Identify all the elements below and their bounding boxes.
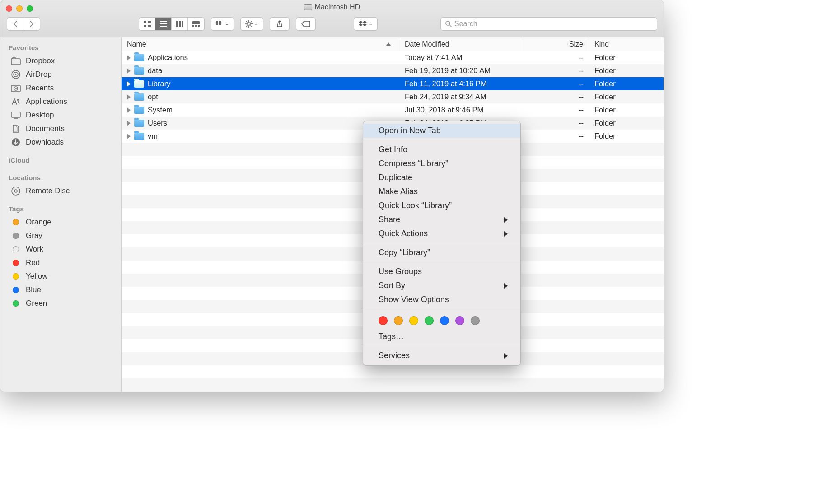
context-menu-item[interactable]: Make Alias — [363, 185, 520, 199]
file-name: Library — [148, 79, 170, 88]
edit-tags-button[interactable] — [296, 17, 316, 31]
view-mode-toggle — [139, 17, 205, 31]
column-view-button[interactable] — [172, 18, 188, 30]
action-button[interactable]: ⌄ — [240, 17, 263, 31]
tag-color-button[interactable] — [394, 316, 403, 325]
sidebar-item-yellow[interactable]: Yellow — [0, 270, 121, 283]
menu-separator — [363, 309, 520, 309]
sidebar-item-label: Applications — [26, 97, 67, 106]
disclosure-triangle-icon[interactable] — [127, 94, 131, 100]
context-menu-item[interactable]: Compress “Library” — [363, 157, 520, 171]
svg-rect-17 — [219, 23, 221, 25]
back-button[interactable] — [7, 18, 23, 30]
column-header-name[interactable]: Name — [122, 37, 399, 51]
groupby-button[interactable]: ⌄ — [211, 17, 234, 31]
list-view-button[interactable] — [155, 18, 172, 30]
context-menu-item[interactable]: Copy “Library” — [363, 246, 520, 260]
column-header-date[interactable]: Date Modified — [399, 37, 521, 51]
submenu-arrow-icon — [504, 283, 508, 289]
disclosure-triangle-icon[interactable] — [127, 121, 131, 126]
tag-color-icon — [10, 245, 21, 254]
context-menu-item[interactable]: Quick Actions — [363, 227, 520, 241]
context-menu: Open in New TabGet InfoCompress “Library… — [363, 121, 521, 366]
zoom-window-button[interactable] — [27, 5, 33, 12]
context-menu-item[interactable]: Get Info — [363, 143, 520, 157]
context-menu-item[interactable]: Use Groups — [363, 265, 520, 279]
sidebar-item-airdrop[interactable]: AirDrop — [0, 68, 121, 81]
submenu-arrow-icon — [504, 231, 508, 237]
sidebar-section-favorites: Favorites — [0, 42, 121, 54]
sidebar-item-applications[interactable]: Applications — [0, 95, 121, 108]
file-size: -- — [521, 132, 589, 140]
tag-color-button[interactable] — [455, 316, 464, 325]
tag-color-button[interactable] — [425, 316, 434, 325]
sidebar-item-downloads[interactable]: Downloads — [0, 135, 121, 149]
sidebar-item-green[interactable]: Green — [0, 297, 121, 310]
sidebar-item-label: Red — [26, 258, 40, 267]
search-field[interactable]: Search — [440, 17, 657, 31]
sidebar-item-remote-disc[interactable]: Remote Disc — [0, 184, 121, 198]
file-row[interactable]: optFeb 24, 2019 at 9:34 AM--Folder — [122, 90, 664, 103]
context-menu-label: Compress “Library” — [379, 159, 448, 168]
file-kind: Folder — [589, 119, 664, 127]
tag-color-icon — [10, 258, 21, 267]
tag-color-button[interactable] — [471, 316, 480, 325]
file-name: Users — [148, 119, 167, 127]
context-menu-item[interactable]: Sort By — [363, 279, 520, 293]
svg-rect-11 — [192, 25, 194, 27]
tag-color-button[interactable] — [379, 316, 388, 325]
file-size: -- — [521, 106, 589, 114]
dropbox-toolbar-button[interactable]: ⌄ — [354, 17, 378, 31]
file-name: vm — [148, 132, 158, 140]
context-menu-label: Quick Look “Library” — [379, 201, 452, 210]
submenu-arrow-icon — [504, 353, 508, 359]
sidebar-item-label: Desktop — [26, 111, 54, 120]
disclosure-triangle-icon[interactable] — [127, 134, 131, 139]
context-menu-item[interactable]: Duplicate — [363, 171, 520, 185]
sidebar-item-dropbox[interactable]: Dropbox — [0, 54, 121, 68]
column-header-kind[interactable]: Kind — [589, 37, 664, 51]
file-date: Feb 19, 2019 at 10:20 AM — [399, 66, 521, 75]
disclosure-triangle-icon[interactable] — [127, 68, 131, 74]
minimize-window-button[interactable] — [16, 5, 23, 12]
disclosure-triangle-icon[interactable] — [127, 107, 131, 113]
close-window-button[interactable] — [6, 5, 12, 12]
sidebar-section-locations: Locations — [0, 172, 121, 184]
sidebar-item-work[interactable]: Work — [0, 243, 121, 256]
disc-icon — [10, 187, 21, 196]
tag-color-button[interactable] — [409, 316, 418, 325]
share-button[interactable] — [270, 17, 290, 31]
file-row[interactable]: SystemJul 30, 2018 at 9:46 PM--Folder — [122, 103, 664, 117]
file-row[interactable]: dataFeb 19, 2019 at 10:20 AM--Folder — [122, 64, 664, 77]
sidebar-item-gray[interactable]: Gray — [0, 229, 121, 243]
disclosure-triangle-icon[interactable] — [127, 55, 131, 61]
context-menu-item[interactable]: Open in New Tab — [363, 124, 520, 138]
column-header-size[interactable]: Size — [521, 37, 589, 51]
disclosure-triangle-icon[interactable] — [127, 81, 131, 87]
svg-point-38 — [12, 187, 20, 195]
sidebar-item-desktop[interactable]: Desktop — [0, 108, 121, 122]
tag-color-button[interactable] — [440, 316, 449, 325]
file-row[interactable]: ApplicationsToday at 7:41 AM--Folder — [122, 51, 664, 64]
sidebar-item-orange[interactable]: Orange — [0, 215, 121, 229]
forward-button[interactable] — [23, 18, 40, 30]
sidebar-item-recents[interactable]: Recents — [0, 81, 121, 95]
file-row[interactable]: LibraryFeb 11, 2019 at 4:16 PM--Folder — [122, 77, 664, 90]
context-menu-item[interactable]: Share — [363, 213, 520, 227]
sidebar-item-label: Orange — [26, 218, 51, 227]
sidebar-item-label: Documents — [26, 124, 65, 133]
context-menu-item[interactable]: Quick Look “Library” — [363, 199, 520, 213]
svg-rect-14 — [216, 21, 218, 23]
finder-window: Macintosh HD — [0, 0, 664, 392]
context-menu-item[interactable]: Services — [363, 349, 520, 363]
tag-color-icon — [10, 218, 21, 227]
sidebar-item-blue[interactable]: Blue — [0, 283, 121, 297]
context-menu-item[interactable]: Show View Options — [363, 293, 520, 307]
file-kind: Folder — [589, 66, 664, 75]
sidebar-item-documents[interactable]: Documents — [0, 122, 121, 135]
context-menu-item[interactable]: Tags… — [363, 330, 520, 344]
file-kind: Folder — [589, 93, 664, 101]
icon-view-button[interactable] — [139, 18, 155, 30]
sidebar-item-red[interactable]: Red — [0, 256, 121, 270]
gallery-view-button[interactable] — [188, 18, 204, 30]
